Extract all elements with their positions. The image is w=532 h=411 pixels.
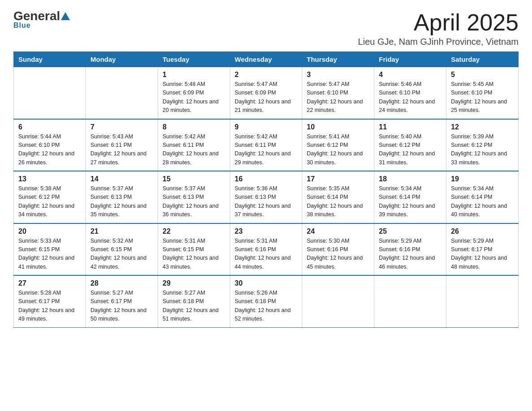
day-number: 15 <box>163 175 225 183</box>
day-info: Sunrise: 5:32 AM Sunset: 6:15 PM Dayligh… <box>90 237 153 272</box>
table-row: 18Sunrise: 5:34 AM Sunset: 6:14 PM Dayli… <box>374 171 446 223</box>
day-number: 4 <box>379 71 442 79</box>
table-row: 16Sunrise: 5:36 AM Sunset: 6:13 PM Dayli… <box>230 171 302 223</box>
calendar-body: 1Sunrise: 5:48 AM Sunset: 6:09 PM Daylig… <box>14 67 519 328</box>
table-row: 5Sunrise: 5:45 AM Sunset: 6:10 PM Daylig… <box>446 67 519 119</box>
table-row: 11Sunrise: 5:40 AM Sunset: 6:12 PM Dayli… <box>374 119 446 171</box>
table-row: 24Sunrise: 5:30 AM Sunset: 6:16 PM Dayli… <box>302 223 374 276</box>
day-number: 12 <box>451 123 514 131</box>
table-row: 12Sunrise: 5:39 AM Sunset: 6:12 PM Dayli… <box>446 119 519 171</box>
table-row: 9Sunrise: 5:42 AM Sunset: 6:11 PM Daylig… <box>230 119 302 171</box>
day-info: Sunrise: 5:34 AM Sunset: 6:14 PM Dayligh… <box>451 184 514 219</box>
calendar-week-row: 6Sunrise: 5:44 AM Sunset: 6:10 PM Daylig… <box>14 119 519 171</box>
header-sunday: Sunday <box>14 52 86 67</box>
day-info: Sunrise: 5:34 AM Sunset: 6:14 PM Dayligh… <box>379 184 442 219</box>
table-row: 26Sunrise: 5:29 AM Sunset: 6:17 PM Dayli… <box>446 223 519 276</box>
day-number: 24 <box>307 227 369 235</box>
table-row <box>14 67 86 119</box>
month-year-title: April 2025 <box>358 9 519 36</box>
day-info: Sunrise: 5:42 AM Sunset: 6:11 PM Dayligh… <box>235 133 297 167</box>
table-row <box>374 275 446 327</box>
day-number: 2 <box>235 71 297 79</box>
table-row: 22Sunrise: 5:31 AM Sunset: 6:15 PM Dayli… <box>158 223 230 276</box>
day-info: Sunrise: 5:26 AM Sunset: 6:18 PM Dayligh… <box>235 289 297 324</box>
day-info: Sunrise: 5:42 AM Sunset: 6:11 PM Dayligh… <box>163 133 225 167</box>
table-row: 10Sunrise: 5:41 AM Sunset: 6:12 PM Dayli… <box>302 119 374 171</box>
title-block: April 2025 Lieu GJe, Nam GJinh Province,… <box>358 9 519 47</box>
table-row: 25Sunrise: 5:29 AM Sunset: 6:16 PM Dayli… <box>374 223 446 276</box>
table-row: 1Sunrise: 5:48 AM Sunset: 6:09 PM Daylig… <box>158 67 230 119</box>
header-wednesday: Wednesday <box>230 52 302 67</box>
calendar-week-row: 1Sunrise: 5:48 AM Sunset: 6:09 PM Daylig… <box>14 67 519 119</box>
header-friday: Friday <box>374 52 446 67</box>
day-info: Sunrise: 5:30 AM Sunset: 6:16 PM Dayligh… <box>307 237 369 272</box>
header-thursday: Thursday <box>302 52 374 67</box>
day-info: Sunrise: 5:46 AM Sunset: 6:10 PM Dayligh… <box>379 80 442 115</box>
logo-triangle-icon <box>61 12 70 20</box>
calendar-week-row: 27Sunrise: 5:28 AM Sunset: 6:17 PM Dayli… <box>14 275 519 327</box>
day-number: 19 <box>451 175 514 183</box>
day-number: 20 <box>18 227 81 235</box>
day-number: 13 <box>18 175 81 183</box>
day-info: Sunrise: 5:33 AM Sunset: 6:15 PM Dayligh… <box>18 237 81 272</box>
day-number: 6 <box>18 123 81 131</box>
location-title: Lieu GJe, Nam GJinh Province, Vietnam <box>358 37 519 47</box>
table-row: 3Sunrise: 5:47 AM Sunset: 6:10 PM Daylig… <box>302 67 374 119</box>
day-info: Sunrise: 5:35 AM Sunset: 6:14 PM Dayligh… <box>307 184 369 219</box>
day-info: Sunrise: 5:45 AM Sunset: 6:10 PM Dayligh… <box>451 80 514 115</box>
table-row: 2Sunrise: 5:47 AM Sunset: 6:09 PM Daylig… <box>230 67 302 119</box>
table-row: 13Sunrise: 5:38 AM Sunset: 6:12 PM Dayli… <box>14 171 86 223</box>
day-info: Sunrise: 5:29 AM Sunset: 6:16 PM Dayligh… <box>379 237 442 272</box>
table-row: 19Sunrise: 5:34 AM Sunset: 6:14 PM Dayli… <box>446 171 519 223</box>
day-info: Sunrise: 5:27 AM Sunset: 6:17 PM Dayligh… <box>90 289 153 324</box>
table-row: 17Sunrise: 5:35 AM Sunset: 6:14 PM Dayli… <box>302 171 374 223</box>
header: General Blue April 2025 Lieu GJe, Nam GJ… <box>13 9 519 47</box>
header-tuesday: Tuesday <box>158 52 230 67</box>
day-number: 3 <box>307 71 369 79</box>
day-info: Sunrise: 5:28 AM Sunset: 6:17 PM Dayligh… <box>18 289 81 324</box>
day-info: Sunrise: 5:41 AM Sunset: 6:12 PM Dayligh… <box>307 133 369 167</box>
table-row: 20Sunrise: 5:33 AM Sunset: 6:15 PM Dayli… <box>14 223 86 276</box>
calendar-table: Sunday Monday Tuesday Wednesday Thursday… <box>13 51 519 328</box>
day-info: Sunrise: 5:36 AM Sunset: 6:13 PM Dayligh… <box>235 184 297 219</box>
day-info: Sunrise: 5:27 AM Sunset: 6:18 PM Dayligh… <box>163 289 225 324</box>
day-info: Sunrise: 5:39 AM Sunset: 6:12 PM Dayligh… <box>451 133 514 167</box>
calendar-week-row: 20Sunrise: 5:33 AM Sunset: 6:15 PM Dayli… <box>14 223 519 276</box>
day-info: Sunrise: 5:37 AM Sunset: 6:13 PM Dayligh… <box>163 184 225 219</box>
day-number: 18 <box>379 175 442 183</box>
day-info: Sunrise: 5:44 AM Sunset: 6:10 PM Dayligh… <box>18 133 81 167</box>
day-number: 1 <box>163 71 225 79</box>
day-info: Sunrise: 5:31 AM Sunset: 6:16 PM Dayligh… <box>235 237 297 272</box>
table-row: 27Sunrise: 5:28 AM Sunset: 6:17 PM Dayli… <box>14 275 86 327</box>
calendar-week-row: 13Sunrise: 5:38 AM Sunset: 6:12 PM Dayli… <box>14 171 519 223</box>
day-info: Sunrise: 5:38 AM Sunset: 6:12 PM Dayligh… <box>18 184 81 219</box>
day-number: 30 <box>235 279 297 287</box>
logo-blue-label: Blue <box>13 21 31 30</box>
day-number: 21 <box>90 227 153 235</box>
day-number: 28 <box>90 279 153 287</box>
table-row: 28Sunrise: 5:27 AM Sunset: 6:17 PM Dayli… <box>86 275 158 327</box>
day-info: Sunrise: 5:40 AM Sunset: 6:12 PM Dayligh… <box>379 133 442 167</box>
table-row: 4Sunrise: 5:46 AM Sunset: 6:10 PM Daylig… <box>374 67 446 119</box>
header-monday: Monday <box>86 52 158 67</box>
day-number: 26 <box>451 227 514 235</box>
table-row <box>302 275 374 327</box>
table-row: 8Sunrise: 5:42 AM Sunset: 6:11 PM Daylig… <box>158 119 230 171</box>
table-row: 15Sunrise: 5:37 AM Sunset: 6:13 PM Dayli… <box>158 171 230 223</box>
day-number: 9 <box>235 123 297 131</box>
day-number: 7 <box>90 123 153 131</box>
table-row: 23Sunrise: 5:31 AM Sunset: 6:16 PM Dayli… <box>230 223 302 276</box>
day-number: 16 <box>235 175 297 183</box>
table-row: 6Sunrise: 5:44 AM Sunset: 6:10 PM Daylig… <box>14 119 86 171</box>
day-number: 23 <box>235 227 297 235</box>
day-number: 10 <box>307 123 369 131</box>
day-info: Sunrise: 5:43 AM Sunset: 6:11 PM Dayligh… <box>90 133 153 167</box>
day-number: 29 <box>163 279 225 287</box>
table-row: 14Sunrise: 5:37 AM Sunset: 6:13 PM Dayli… <box>86 171 158 223</box>
day-info: Sunrise: 5:48 AM Sunset: 6:09 PM Dayligh… <box>163 80 225 115</box>
day-number: 25 <box>379 227 442 235</box>
day-number: 11 <box>379 123 442 131</box>
day-info: Sunrise: 5:31 AM Sunset: 6:15 PM Dayligh… <box>163 237 225 272</box>
table-row: 30Sunrise: 5:26 AM Sunset: 6:18 PM Dayli… <box>230 275 302 327</box>
table-row: 21Sunrise: 5:32 AM Sunset: 6:15 PM Dayli… <box>86 223 158 276</box>
